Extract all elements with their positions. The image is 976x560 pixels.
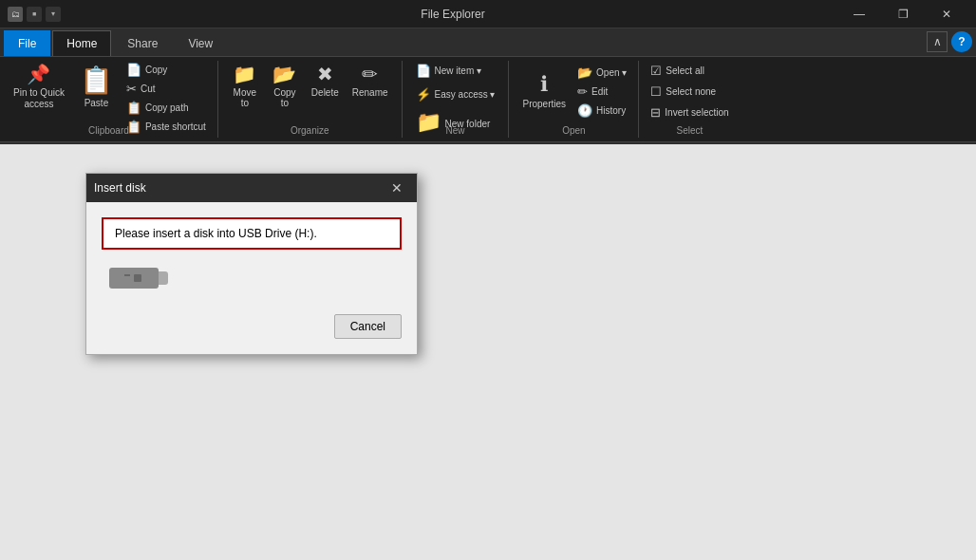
- ribbon-collapse-btn[interactable]: ∧: [927, 31, 948, 52]
- app-icon: 🗂: [8, 7, 23, 22]
- tab-share[interactable]: Share: [113, 30, 172, 56]
- tab-file[interactable]: File: [4, 30, 50, 56]
- window-controls: — ❐ ✕: [837, 0, 968, 28]
- tab-home[interactable]: Home: [52, 30, 111, 56]
- invert-selection-button[interactable]: ⊟ Invert selection: [647, 103, 732, 121]
- select-none-button[interactable]: ☐ Select none: [647, 83, 720, 101]
- copy-to-button[interactable]: 📂 Copyto: [266, 61, 304, 112]
- clipboard-label: Clipboard: [0, 125, 217, 136]
- dialog-overlay: Insert disk ✕ Please insert a disk into …: [0, 144, 976, 560]
- dialog-message: Please insert a disk into USB Drive (H:)…: [115, 227, 317, 240]
- new-item-icon: 📄: [416, 64, 431, 78]
- open-button[interactable]: 📂 Open ▾: [573, 64, 630, 82]
- copy-to-icon: 📂: [272, 65, 296, 84]
- copy-path-button[interactable]: 📋 Copy path: [122, 99, 210, 117]
- easy-access-icon: ⚡: [416, 87, 431, 102]
- select-all-button[interactable]: ☑ Select all: [647, 62, 708, 80]
- properties-icon: ℹ: [540, 74, 548, 95]
- invert-selection-icon: ⊟: [650, 105, 661, 120]
- paste-icon: 📋: [80, 65, 113, 96]
- edit-icon: ✏: [577, 84, 588, 99]
- dialog-footer: Cancel: [86, 314, 417, 354]
- rename-button[interactable]: ✏ Rename: [347, 61, 394, 102]
- ribbon-group-select: ☑ Select all ☐ Select none ⊟ Invert sele…: [639, 61, 740, 138]
- cut-icon: ✂: [126, 82, 137, 96]
- select-label: Select: [639, 125, 740, 136]
- open-small-buttons: 📂 Open ▾ ✏ Edit 🕐 History: [573, 64, 630, 120]
- insert-disk-dialog: Insert disk ✕ Please insert a disk into …: [85, 173, 418, 355]
- open-icon: 📂: [577, 65, 592, 80]
- ribbon: 📌 Pin to Quickaccess 📋 Paste 📄 Copy ✂ Cu…: [0, 57, 976, 142]
- select-all-icon: ☑: [650, 64, 662, 78]
- title-bar: 🗂 ■ ▾ File Explorer — ❐ ✕: [0, 0, 976, 28]
- delete-button[interactable]: ✖ Delete: [306, 61, 345, 102]
- dialog-titlebar: Insert disk ✕: [86, 174, 417, 202]
- tab-view[interactable]: View: [174, 30, 227, 56]
- close-button[interactable]: ✕: [925, 0, 968, 28]
- dialog-body: Please insert a disk into USB Drive (H:)…: [86, 202, 417, 314]
- window-title: File Explorer: [68, 8, 837, 21]
- pin-icon: 📌: [27, 65, 50, 84]
- copy-path-icon: 📋: [126, 101, 141, 115]
- cancel-button[interactable]: Cancel: [334, 314, 402, 339]
- properties-button[interactable]: ℹ Properties: [516, 70, 572, 113]
- dialog-title: Insert disk: [94, 181, 385, 195]
- minimize-button[interactable]: —: [837, 0, 881, 28]
- ribbon-tabs: File Home Share View ∧ ?: [0, 28, 976, 57]
- open-label: Open: [509, 125, 638, 136]
- ribbon-group-new: 📄 New item ▾ ⚡ Easy access ▾ 📁 New folde…: [403, 61, 510, 138]
- dialog-message-box: Please insert a disk into USB Drive (H:)…: [102, 217, 402, 250]
- main-content: Insert disk ✕ Please insert a disk into …: [0, 144, 976, 560]
- copy-button[interactable]: 📄 Copy: [122, 61, 210, 79]
- quick-access-icon: ■: [27, 7, 42, 22]
- title-bar-icons: 🗂 ■ ▾: [8, 7, 61, 22]
- delete-icon: ✖: [317, 65, 333, 84]
- new-item-button[interactable]: 📄 New item ▾: [410, 61, 487, 81]
- title-bar-extra: ▾: [46, 7, 61, 22]
- ribbon-group-open: ℹ Properties 📂 Open ▾ ✏ Edit 🕐 History O…: [509, 61, 639, 138]
- ribbon-group-organize: 📁 Moveto 📂 Copyto ✖ Delete ✏ Rename Orga…: [218, 61, 403, 138]
- usb-drive-icon: [109, 265, 166, 291]
- dialog-close-button[interactable]: ✕: [385, 176, 409, 200]
- maximize-button[interactable]: ❐: [881, 0, 925, 28]
- select-none-icon: ☐: [650, 84, 662, 99]
- rename-icon: ✏: [362, 65, 378, 84]
- move-to-icon: 📁: [233, 65, 256, 84]
- organize-label: Organize: [218, 125, 402, 136]
- help-button[interactable]: ?: [951, 31, 972, 52]
- edit-button[interactable]: ✏ Edit: [573, 83, 630, 101]
- cut-button[interactable]: ✂ Cut: [122, 80, 210, 98]
- easy-access-button[interactable]: ⚡ Easy access ▾: [410, 84, 501, 104]
- copy-icon: 📄: [126, 63, 141, 77]
- new-label: New: [403, 125, 509, 136]
- history-icon: 🕐: [577, 103, 592, 118]
- history-button[interactable]: 🕐 History: [573, 102, 630, 120]
- move-to-button[interactable]: 📁 Moveto: [226, 61, 264, 112]
- dialog-icon-area: [102, 265, 402, 299]
- ribbon-group-clipboard: 📌 Pin to Quickaccess 📋 Paste 📄 Copy ✂ Cu…: [0, 61, 218, 138]
